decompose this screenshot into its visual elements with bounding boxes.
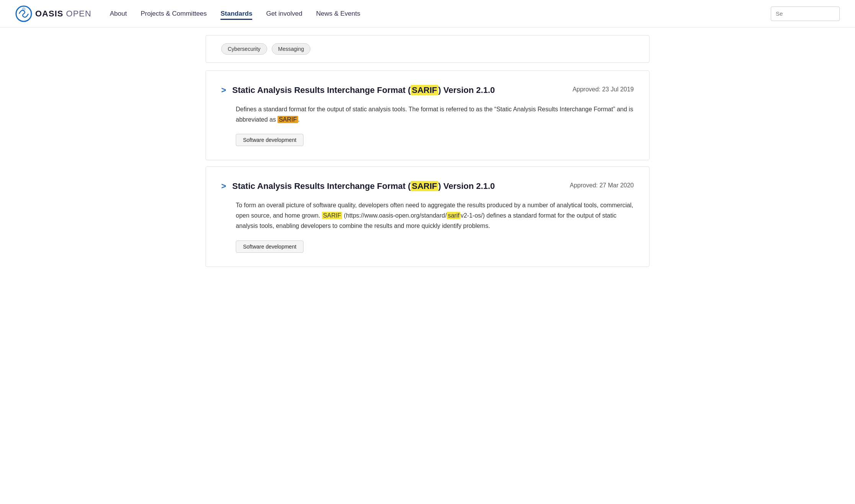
card-1-tag-software-dev[interactable]: Software development	[236, 134, 303, 146]
card-2-approved-date: Approved: 27 Mar 2020	[570, 182, 634, 189]
nav-link-get-involved[interactable]: Get involved	[266, 10, 302, 19]
card-1-title-suffix: ) Version 2.1.0	[438, 85, 495, 95]
card-2-sarif-highlight-2: sarif	[447, 212, 460, 219]
card-1-header: > Static Analysis Results Interchange Fo…	[221, 85, 634, 96]
card-1-approved-date: Approved: 23 Jul 2019	[573, 86, 634, 93]
oasis-logo-icon	[15, 5, 32, 22]
nav-link-about[interactable]: About	[110, 10, 127, 19]
nav-item-standards[interactable]: Standards	[220, 10, 252, 18]
card-1-description: Defines a standard format for the output…	[236, 104, 634, 125]
card-1-tags: Software development	[236, 134, 634, 146]
card-2-tags: Software development	[236, 241, 634, 253]
main-content: Cybersecurity Messaging > Static Analysi…	[198, 35, 657, 267]
search-input[interactable]	[771, 7, 840, 21]
card-1-title-prefix: Static Analysis Results Interchange Form…	[232, 85, 411, 95]
nav-link-news[interactable]: News & Events	[316, 10, 360, 19]
nav-link-standards[interactable]: Standards	[220, 10, 252, 20]
nav-link-projects[interactable]: Projects & Committees	[140, 10, 207, 19]
card-1-sarif-highlight: SARIF	[277, 116, 298, 123]
card-2-title-suffix: ) Version 2.1.0	[438, 181, 495, 191]
card-2-title-highlight: SARIF	[411, 181, 438, 191]
nav-links: About Projects & Committees Standards Ge…	[110, 10, 360, 18]
nav-item-get-involved[interactable]: Get involved	[266, 10, 302, 18]
result-card-2: > Static Analysis Results Interchange Fo…	[206, 166, 649, 267]
card-2-title: Static Analysis Results Interchange Form…	[232, 180, 495, 192]
nav-item-news[interactable]: News & Events	[316, 10, 360, 18]
nav-item-about[interactable]: About	[110, 10, 127, 18]
card-1-title-row: > Static Analysis Results Interchange Fo…	[221, 85, 557, 96]
card-2-tag-software-dev[interactable]: Software development	[236, 241, 303, 253]
card-1-title-highlight: SARIF	[411, 85, 438, 95]
logo-text: OASIS OPEN	[35, 9, 91, 19]
tag-cybersecurity[interactable]: Cybersecurity	[221, 43, 267, 55]
card-2-title-row: > Static Analysis Results Interchange Fo…	[221, 180, 555, 192]
chevron-right-icon-1[interactable]: >	[221, 85, 226, 95]
card-2-header: > Static Analysis Results Interchange Fo…	[221, 180, 634, 192]
partial-tags-card: Cybersecurity Messaging	[206, 35, 649, 63]
logo-link[interactable]: OASIS OPEN	[15, 5, 91, 22]
chevron-right-icon-2[interactable]: >	[221, 181, 226, 191]
svg-point-1	[22, 7, 26, 11]
card-1-title: Static Analysis Results Interchange Form…	[232, 85, 495, 96]
card-2-title-prefix: Static Analysis Results Interchange Form…	[232, 181, 411, 191]
tag-messaging[interactable]: Messaging	[272, 43, 311, 55]
navbar: OASIS OPEN About Projects & Committees S…	[0, 0, 855, 28]
result-card-1: > Static Analysis Results Interchange Fo…	[206, 70, 649, 160]
card-2-sarif-highlight-1: SARIF	[322, 212, 342, 219]
tags-row: Cybersecurity Messaging	[221, 43, 634, 55]
card-2-description: To form an overall picture of software q…	[236, 200, 634, 231]
nav-item-projects[interactable]: Projects & Committees	[140, 10, 207, 18]
